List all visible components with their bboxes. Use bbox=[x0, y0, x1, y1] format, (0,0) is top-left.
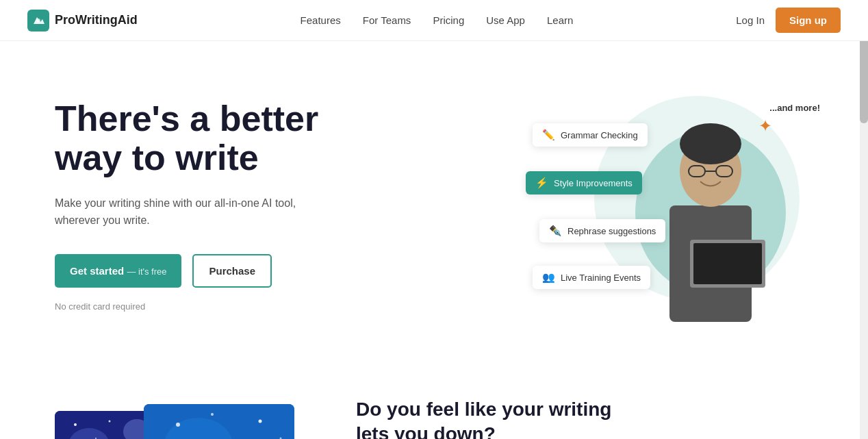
hero-subtitle: Make your writing shine with our all-in-… bbox=[55, 195, 315, 229]
feature-card-rephrase: ✒️ Rephrase suggestions bbox=[539, 219, 665, 242]
free-label: — it's free bbox=[127, 266, 166, 277]
lower-image-area: My idea in my head bbox=[55, 397, 301, 439]
logo-svg bbox=[31, 14, 45, 27]
style-label: Style Improvements bbox=[554, 178, 633, 188]
lower-section: My idea in my head Do you feel like your… bbox=[0, 356, 868, 439]
nav-links: Features For Teams Pricing Use App Learn bbox=[301, 14, 574, 27]
lower-title: Do you feel like your writing lets you d… bbox=[356, 397, 630, 439]
hero-left: There's a better way to write Make your … bbox=[55, 99, 318, 312]
svg-point-0 bbox=[36, 18, 40, 23]
nav-item-features[interactable]: Features bbox=[301, 14, 341, 27]
login-link[interactable]: Log In bbox=[736, 14, 765, 26]
get-started-label: Get started bbox=[70, 265, 124, 277]
get-started-button[interactable]: Get started — it's free bbox=[55, 254, 181, 288]
nav-item-for-teams[interactable]: For Teams bbox=[363, 14, 411, 27]
and-more-text: ...and more! bbox=[769, 103, 820, 113]
hero-title: There's a better way to write bbox=[55, 99, 318, 177]
nav-link-use-app[interactable]: Use App bbox=[486, 14, 525, 26]
hero-section: There's a better way to write Make your … bbox=[0, 41, 868, 356]
rephrase-label: Rephrase suggestions bbox=[567, 226, 656, 236]
svg-point-14 bbox=[109, 421, 111, 423]
overlay-svg bbox=[144, 404, 294, 439]
nav-link-pricing[interactable]: Pricing bbox=[433, 14, 464, 26]
signup-button[interactable]: Sign up bbox=[776, 8, 841, 33]
grammar-label: Grammar Checking bbox=[561, 130, 638, 140]
nav-right: Log In Sign up bbox=[736, 8, 841, 33]
lower-text: Do you feel like your writing lets you d… bbox=[356, 397, 630, 439]
no-credit-text: No credit card required bbox=[55, 301, 318, 312]
logo-icon bbox=[27, 10, 49, 32]
brand-name: ProWritingAid bbox=[55, 13, 138, 27]
nav-item-learn[interactable]: Learn bbox=[547, 14, 573, 27]
rephrase-icon: ✒️ bbox=[549, 225, 562, 237]
svg-point-13 bbox=[74, 423, 77, 426]
nav-item-pricing[interactable]: Pricing bbox=[433, 14, 464, 27]
hero-title-line2: way to write bbox=[55, 138, 259, 177]
painting-container: My idea in my head bbox=[55, 397, 301, 439]
nav-item-use-app[interactable]: Use App bbox=[486, 14, 525, 27]
feature-card-style: ⚡ Style Improvements bbox=[526, 171, 642, 195]
star-decoration: ✦ bbox=[758, 116, 772, 136]
svg-point-4 bbox=[680, 123, 741, 164]
training-icon: 👥 bbox=[542, 271, 555, 284]
feature-card-grammar: ✏️ Grammar Checking bbox=[533, 123, 648, 147]
hero-right: ✏️ Grammar Checking ⚡ Style Improvements… bbox=[553, 82, 813, 329]
scrollbar-track[interactable] bbox=[860, 0, 868, 439]
svg-point-21 bbox=[176, 423, 180, 427]
svg-rect-9 bbox=[693, 243, 762, 284]
nav-link-for-teams[interactable]: For Teams bbox=[363, 14, 411, 26]
svg-point-22 bbox=[211, 413, 214, 416]
nav-link-features[interactable]: Features bbox=[301, 14, 341, 26]
logo-link[interactable]: ProWritingAid bbox=[27, 10, 138, 32]
feature-card-training: 👥 Live Training Events bbox=[533, 266, 650, 289]
svg-point-23 bbox=[259, 420, 262, 423]
hero-buttons: Get started — it's free Purchase bbox=[55, 254, 318, 288]
style-icon: ⚡ bbox=[535, 177, 548, 189]
purchase-button[interactable]: Purchase bbox=[192, 254, 272, 288]
navbar: ProWritingAid Features For Teams Pricing… bbox=[0, 0, 868, 41]
overlay-card bbox=[144, 404, 294, 439]
nav-link-learn[interactable]: Learn bbox=[547, 14, 573, 26]
training-label: Live Training Events bbox=[561, 273, 641, 283]
hero-title-line1: There's a better bbox=[55, 99, 318, 138]
grammar-icon: ✏️ bbox=[542, 129, 555, 141]
